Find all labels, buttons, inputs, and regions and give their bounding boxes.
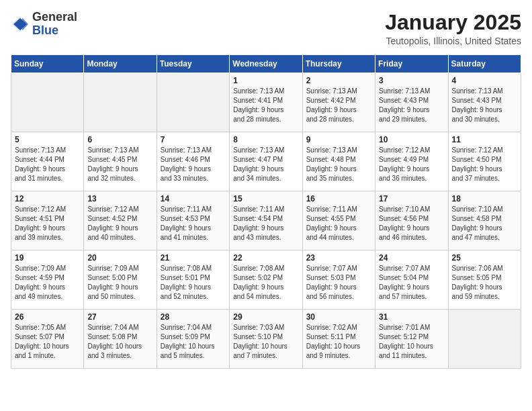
logo: General Blue [11,11,77,38]
day-number: 7 [161,135,226,144]
calendar-cell: 10Sunrise: 7:12 AM Sunset: 4:49 PM Dayli… [375,132,448,191]
title-block: January 2025 Teutopolis, Illinois, Unite… [385,11,521,46]
svg-marker-2 [13,18,27,30]
day-detail: Sunrise: 7:02 AM Sunset: 5:11 PM Dayligh… [306,323,371,361]
day-number: 13 [87,194,152,203]
day-number: 29 [233,312,298,322]
day-number: 19 [15,253,80,263]
calendar-cell: 8Sunrise: 7:13 AM Sunset: 4:47 PM Daylig… [230,132,302,191]
calendar-cell: 9Sunrise: 7:13 AM Sunset: 4:48 PM Daylig… [302,132,375,191]
calendar-cell: 6Sunrise: 7:13 AM Sunset: 4:45 PM Daylig… [84,132,157,191]
day-detail: Sunrise: 7:11 AM Sunset: 4:54 PM Dayligh… [233,205,298,242]
calendar-week-5: 26Sunrise: 7:05 AM Sunset: 5:07 PM Dayli… [11,310,521,369]
calendar-cell: 28Sunrise: 7:04 AM Sunset: 5:09 PM Dayli… [157,310,229,369]
day-number: 17 [379,194,444,203]
day-detail: Sunrise: 7:04 AM Sunset: 5:09 PM Dayligh… [161,323,226,361]
calendar-cell: 18Sunrise: 7:10 AM Sunset: 4:58 PM Dayli… [448,191,521,250]
day-number: 6 [87,135,152,144]
calendar-body: 1Sunrise: 7:13 AM Sunset: 4:41 PM Daylig… [11,73,521,369]
day-number: 18 [452,194,517,203]
day-detail: Sunrise: 7:03 AM Sunset: 5:10 PM Dayligh… [233,323,298,361]
calendar-cell: 17Sunrise: 7:10 AM Sunset: 4:56 PM Dayli… [375,191,448,250]
day-detail: Sunrise: 7:05 AM Sunset: 5:07 PM Dayligh… [15,323,80,361]
day-number: 16 [306,194,371,203]
day-number: 28 [161,312,226,322]
weekday-header-thursday: Thursday [302,55,375,73]
calendar-cell [448,310,521,369]
day-detail: Sunrise: 7:13 AM Sunset: 4:43 PM Dayligh… [379,87,444,124]
calendar-cell [11,73,84,132]
calendar-cell: 27Sunrise: 7:04 AM Sunset: 5:08 PM Dayli… [84,310,157,369]
day-number: 21 [161,253,226,263]
calendar-cell: 7Sunrise: 7:13 AM Sunset: 4:46 PM Daylig… [157,132,229,191]
day-number: 9 [306,135,371,144]
calendar-cell: 15Sunrise: 7:11 AM Sunset: 4:54 PM Dayli… [230,191,302,250]
calendar-week-2: 5Sunrise: 7:13 AM Sunset: 4:44 PM Daylig… [11,132,521,191]
day-number: 1 [233,76,298,85]
calendar-cell: 11Sunrise: 7:12 AM Sunset: 4:50 PM Dayli… [448,132,521,191]
calendar-cell: 29Sunrise: 7:03 AM Sunset: 5:10 PM Dayli… [230,310,302,369]
calendar-cell: 26Sunrise: 7:05 AM Sunset: 5:07 PM Dayli… [11,310,84,369]
calendar-cell: 22Sunrise: 7:08 AM Sunset: 5:02 PM Dayli… [230,250,302,310]
calendar-cell: 16Sunrise: 7:11 AM Sunset: 4:55 PM Dayli… [302,191,375,250]
day-number: 20 [87,253,152,263]
day-number: 25 [452,253,517,263]
calendar-table: SundayMondayTuesdayWednesdayThursdayFrid… [11,54,521,369]
calendar-header: SundayMondayTuesdayWednesdayThursdayFrid… [11,55,521,73]
day-detail: Sunrise: 7:09 AM Sunset: 4:59 PM Dayligh… [15,264,80,302]
day-detail: Sunrise: 7:12 AM Sunset: 4:50 PM Dayligh… [452,146,517,183]
day-detail: Sunrise: 7:04 AM Sunset: 5:08 PM Dayligh… [87,323,152,361]
calendar-cell [157,73,229,132]
calendar-cell: 4Sunrise: 7:13 AM Sunset: 4:43 PM Daylig… [448,73,521,132]
day-detail: Sunrise: 7:07 AM Sunset: 5:03 PM Dayligh… [306,264,371,302]
day-detail: Sunrise: 7:13 AM Sunset: 4:41 PM Dayligh… [233,87,298,124]
weekday-row: SundayMondayTuesdayWednesdayThursdayFrid… [11,55,521,73]
day-detail: Sunrise: 7:06 AM Sunset: 5:05 PM Dayligh… [452,264,517,302]
day-number: 4 [452,76,517,85]
day-detail: Sunrise: 7:12 AM Sunset: 4:49 PM Dayligh… [379,146,444,183]
day-detail: Sunrise: 7:13 AM Sunset: 4:46 PM Dayligh… [161,146,226,183]
calendar-cell: 13Sunrise: 7:12 AM Sunset: 4:52 PM Dayli… [84,191,157,250]
day-detail: Sunrise: 7:09 AM Sunset: 5:00 PM Dayligh… [87,264,152,302]
weekday-header-tuesday: Tuesday [157,55,229,73]
calendar-cell: 21Sunrise: 7:08 AM Sunset: 5:01 PM Dayli… [157,250,229,310]
day-detail: Sunrise: 7:13 AM Sunset: 4:42 PM Dayligh… [306,87,371,124]
logo-icon [11,15,30,34]
calendar-cell: 25Sunrise: 7:06 AM Sunset: 5:05 PM Dayli… [448,250,521,310]
weekday-header-friday: Friday [375,55,448,73]
day-detail: Sunrise: 7:12 AM Sunset: 4:52 PM Dayligh… [87,205,152,242]
day-number: 5 [15,135,80,144]
day-number: 22 [233,253,298,263]
weekday-header-monday: Monday [84,55,157,73]
day-number: 2 [306,76,371,85]
calendar-cell: 2Sunrise: 7:13 AM Sunset: 4:42 PM Daylig… [302,73,375,132]
day-detail: Sunrise: 7:10 AM Sunset: 4:56 PM Dayligh… [379,205,444,242]
weekday-header-saturday: Saturday [448,55,521,73]
calendar-week-1: 1Sunrise: 7:13 AM Sunset: 4:41 PM Daylig… [11,73,521,132]
day-detail: Sunrise: 7:01 AM Sunset: 5:12 PM Dayligh… [379,323,444,361]
calendar-cell: 23Sunrise: 7:07 AM Sunset: 5:03 PM Dayli… [302,250,375,310]
day-number: 26 [15,312,80,322]
day-detail: Sunrise: 7:11 AM Sunset: 4:55 PM Dayligh… [306,205,371,242]
day-detail: Sunrise: 7:08 AM Sunset: 5:02 PM Dayligh… [233,264,298,302]
day-detail: Sunrise: 7:13 AM Sunset: 4:48 PM Dayligh… [306,146,371,183]
calendar-title: January 2025 [385,11,521,34]
day-number: 8 [233,135,298,144]
day-detail: Sunrise: 7:08 AM Sunset: 5:01 PM Dayligh… [161,264,226,302]
day-detail: Sunrise: 7:13 AM Sunset: 4:47 PM Dayligh… [233,146,298,183]
calendar-cell: 31Sunrise: 7:01 AM Sunset: 5:12 PM Dayli… [375,310,448,369]
weekday-header-wednesday: Wednesday [230,55,302,73]
day-number: 14 [161,194,226,203]
day-detail: Sunrise: 7:12 AM Sunset: 4:51 PM Dayligh… [15,205,80,242]
calendar-cell: 20Sunrise: 7:09 AM Sunset: 5:00 PM Dayli… [84,250,157,310]
calendar-cell: 24Sunrise: 7:07 AM Sunset: 5:04 PM Dayli… [375,250,448,310]
calendar-cell [84,73,157,132]
calendar-cell: 14Sunrise: 7:11 AM Sunset: 4:53 PM Dayli… [157,191,229,250]
day-detail: Sunrise: 7:10 AM Sunset: 4:58 PM Dayligh… [452,205,517,242]
calendar-cell: 5Sunrise: 7:13 AM Sunset: 4:44 PM Daylig… [11,132,84,191]
day-number: 3 [379,76,444,85]
day-number: 30 [306,312,371,322]
day-detail: Sunrise: 7:13 AM Sunset: 4:45 PM Dayligh… [87,146,152,183]
day-number: 24 [379,253,444,263]
calendar-week-4: 19Sunrise: 7:09 AM Sunset: 4:59 PM Dayli… [11,250,521,310]
